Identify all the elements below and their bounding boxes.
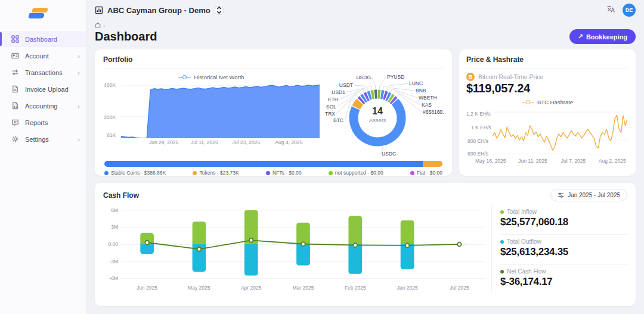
legend-dot-icon [104, 171, 109, 175]
axis-tick-label: Feb 2025 [345, 285, 366, 291]
axis-tick-label: 1 K EH/s [471, 125, 491, 130]
donut-label: BTC [333, 117, 343, 123]
sidebar: Dashboard Account Transactions Invoice U… [0, 0, 86, 314]
sidebar-item-label: Reports [25, 119, 48, 126]
language-translate-icon[interactable] [606, 5, 615, 16]
transactions-icon [11, 69, 19, 76]
sidebar-item-transactions[interactable]: Transactions [0, 64, 86, 80]
chevron-right-icon [78, 102, 80, 110]
accounting-icon [11, 102, 19, 110]
axis-tick-label: -3M [109, 259, 121, 265]
divider [103, 69, 444, 69]
legend-item[interactable]: Stable Coins - $386.86K [104, 170, 166, 176]
sidebar-item-label: Invoice Upload [25, 86, 69, 93]
logo-blue-shape [28, 13, 45, 18]
legend-dot-icon [500, 240, 504, 244]
axis-tick-label: Jul 23, 2025 [233, 139, 260, 145]
home-icon[interactable] [95, 22, 101, 28]
chevron-right-icon [78, 69, 80, 76]
donut-label: SOL [326, 104, 336, 110]
reports-icon [11, 119, 19, 126]
net-worth-area-svg [121, 81, 320, 138]
axis-tick-label: Jul 11, 2025 [191, 139, 218, 145]
donut-label: LUNC [409, 80, 423, 86]
topbar: ABC Cayman Group - Demo DE [86, 0, 644, 20]
axis-tick-label: May 2025 [188, 285, 210, 291]
app-logo[interactable] [27, 7, 48, 20]
portfolio-title: Portfolio [103, 55, 444, 64]
sidebar-item-accounting[interactable]: Accounting [0, 98, 86, 114]
net-worth-chart: Historical Net Worth 400K 200K 61K Jun 2… [103, 73, 320, 158]
avatar[interactable]: DE [623, 4, 636, 17]
filter-sliders-icon [558, 192, 564, 198]
gear-icon [11, 135, 19, 143]
donut-label: ETH [328, 97, 338, 102]
legend-item[interactable]: Tokens - $23.73K [193, 170, 239, 176]
allocation-segment [423, 161, 442, 167]
sidebar-item-label: Transactions [25, 69, 63, 76]
page-title: Dashboard [95, 30, 157, 43]
donut-label: USDT [339, 82, 353, 88]
axis-tick-label: Mar 2025 [293, 285, 314, 291]
price-hashrate-title: Price & Hashrate [466, 55, 628, 64]
donut-label: WBETH [419, 95, 437, 101]
company-selector[interactable]: ABC Cayman Group - Demo [95, 6, 224, 15]
axis-tick-label: Aug 2, 2025 [599, 158, 626, 164]
sidebar-item-invoice-upload[interactable]: Invoice Upload [0, 81, 86, 97]
sidebar-item-label: Settings [25, 136, 49, 143]
sidebar-item-account[interactable]: Account [0, 48, 86, 64]
net-worth-legend[interactable]: Historical Net Worth [103, 73, 320, 81]
legend-marker-icon [522, 100, 534, 104]
stat-value: $25,577,060.18 [500, 216, 627, 228]
stat-value: $-36,174.17 [500, 276, 627, 288]
axis-tick-label: 800 EH/s [467, 138, 488, 144]
sidebar-item-reports[interactable]: Reports [0, 114, 86, 130]
legend-item[interactable]: NFTs - $0.00 [266, 170, 302, 176]
legend-item[interactable]: not supported - $0.00 [329, 170, 383, 176]
legend-dot-icon [500, 210, 504, 214]
cashflow-stats: Total Inflow $25,577,060.18 Total Outflo… [491, 205, 627, 292]
bitcoin-price-label: Bitcoin Real-Time Price [478, 73, 543, 80]
breadcrumb [95, 21, 636, 29]
allocation-legend: Stable Coins - $386.86K Tokens - $23.73K… [103, 170, 444, 176]
stat-net-cashflow: Net Cash Flow $-36,174.17 [500, 264, 627, 292]
donut-label: PYUSD [387, 74, 404, 80]
axis-tick-label: Jul 7, 2025 [561, 158, 586, 164]
donut-label: TRX [325, 111, 335, 117]
axis-tick-label: 0.00 [108, 241, 121, 247]
axis-tick-label: 600 EH/s [467, 151, 488, 157]
assets-donut-chart[interactable]: PYUSDLUNCBNBWBETHKAS#658160...USDCBTCTRX… [320, 70, 444, 158]
legend-dot-icon [193, 171, 197, 175]
dashboard-icon [11, 35, 19, 43]
axis-tick-label: 6M [111, 207, 121, 213]
hashrate-legend[interactable]: BTC Hashrate [466, 98, 628, 106]
legend-dot-icon [500, 270, 504, 273]
bookkeeping-button[interactable]: Bookkeeping [569, 29, 636, 44]
sidebar-item-settings[interactable]: Settings [0, 131, 86, 147]
date-range-button[interactable]: Jan 2025 - Jul 2025 [550, 189, 627, 201]
legend-item[interactable]: Fiat - $0.00 [410, 170, 442, 176]
bitcoin-icon: B [466, 73, 475, 81]
axis-tick-label: 1.2 K EH/s [466, 111, 491, 117]
axis-tick-label: Jan 2025 [397, 285, 418, 291]
asset-count-label: Assets [357, 117, 398, 123]
axis-tick-label: 3M [111, 224, 121, 230]
sidebar-item-dashboard[interactable]: Dashboard [0, 31, 86, 47]
sidebar-item-label: Accounting [25, 102, 57, 110]
axis-tick-label: 200K [104, 114, 116, 120]
divider [466, 69, 628, 69]
stat-total-outflow: Total Outflow $25,613,234.35 [500, 234, 627, 262]
hashrate-chart: 1.2 K EH/s 1 K EH/s 800 EH/s 600 EH/s [466, 108, 628, 157]
axis-tick-label: Aug 4, 2025 [275, 139, 302, 145]
legend-dot-icon [410, 171, 414, 175]
company-switch-stepper-icon[interactable] [215, 6, 224, 15]
axis-tick-label: Jun 29, 2025 [149, 139, 178, 145]
cashflow-bars-svg [121, 205, 485, 284]
hashrate-line-svg [493, 108, 627, 157]
cashflow-card: Cash Flow Jan 2025 - Jul 2025 6M 3M 0.00… [95, 183, 636, 306]
breadcrumb-separator-icon [103, 20, 105, 30]
allocation-bar[interactable] [104, 161, 442, 167]
axis-tick-label: 61K [107, 132, 116, 138]
stat-total-inflow: Total Inflow $25,577,060.18 [500, 205, 627, 232]
allocation-segment [104, 161, 423, 167]
